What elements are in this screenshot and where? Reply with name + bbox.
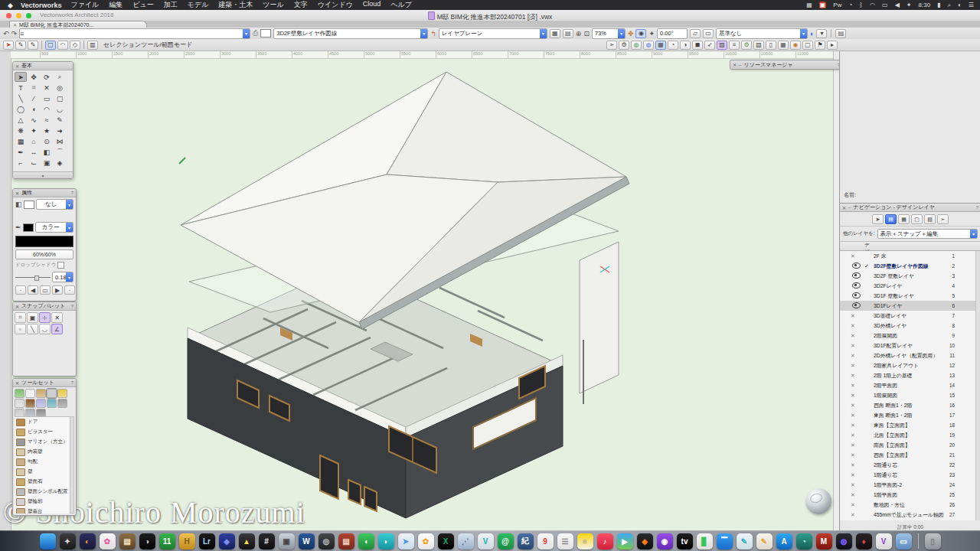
layer-visibility-toggle[interactable]: ✕ [841, 343, 864, 349]
layer-visibility-toggle[interactable]: ✕ [841, 373, 864, 379]
menubar-item[interactable]: ヘルプ [390, 0, 412, 10]
resource-manager-bar[interactable]: ✕ − リソースマネージャ ? [730, 60, 843, 70]
input-source-icon[interactable]: ◐ [958, 2, 962, 8]
toolset-tool[interactable]: 壁輪郭 [15, 497, 71, 507]
dock-icon-hash-app[interactable]: # [259, 533, 275, 549]
dock-icon-firefox[interactable]: ◐ [80, 533, 96, 549]
symbol-tool[interactable]: ⌂ [28, 136, 40, 146]
layer-row[interactable]: 3D1F 壁敷レイヤ5 [840, 291, 976, 301]
line2-tool[interactable]: ∕ [28, 93, 40, 103]
dock-icon-calendar[interactable]: 9 [537, 533, 554, 549]
layer-visibility-toggle[interactable]: ✕ [841, 512, 864, 518]
dock-icon-notes[interactable]: ≡ [577, 533, 593, 549]
snap-angle[interactable]: ∠ [51, 324, 63, 334]
view-pane2-button[interactable]: ▤ [563, 29, 573, 38]
layer-visibility-toggle[interactable]: ✕ [841, 253, 864, 259]
dock-icon-excel-dark[interactable]: X [438, 533, 454, 549]
line-thickness-slider[interactable] [15, 277, 51, 278]
layer-row[interactable]: ✕1階平面図25 [840, 490, 976, 500]
dock-icon-dark-app[interactable]: ◑ [139, 533, 155, 549]
cat-brown[interactable] [25, 399, 35, 408]
mirror-tool[interactable]: ⋈ [54, 136, 66, 146]
toolset-titlebar[interactable]: ✕ツールセット? [13, 379, 76, 387]
toolset-tool[interactable]: 壁面石 [15, 477, 71, 487]
spline-tool[interactable]: ≈ [41, 115, 53, 125]
image-icon[interactable]: ▧ [753, 41, 764, 50]
layer-row[interactable]: ✕1階平面図-224 [840, 480, 976, 490]
layer-visibility-toggle[interactable]: ✕ [841, 403, 864, 409]
battery-icon[interactable]: ▮ [937, 2, 940, 8]
dock-icon-music[interactable]: ♪ [597, 533, 613, 549]
layer-row[interactable]: ✕北面【立面図】19 [840, 430, 976, 440]
toolset-scrollbar[interactable] [70, 416, 74, 514]
toolset-tool[interactable]: マリオン（方立） [15, 437, 71, 447]
dock-icon-word[interactable]: W [299, 533, 315, 549]
history-icon[interactable]: ◔ [668, 41, 678, 50]
dock-icon-stripes-app[interactable]: ⋰ [458, 533, 474, 549]
volume-icon[interactable]: ◀ [895, 2, 900, 8]
palette-close-icon[interactable]: ✕ [15, 64, 19, 69]
snap-grid[interactable]: ⌗ [15, 312, 26, 323]
dock-icon-organ-app[interactable]: ♦ [856, 533, 872, 549]
grid-status-icon[interactable]: ▦ [806, 2, 812, 8]
text-tool[interactable]: T [15, 83, 27, 93]
snap-titlebar[interactable]: ✕スナップパレット? [13, 302, 76, 311]
class-combo[interactable]: ≡▾ [19, 28, 250, 39]
dock-icon-app-store[interactable]: A [776, 533, 792, 549]
gear-menu-icon[interactable]: ⚙ [619, 41, 629, 50]
layer-visibility-toggle[interactable]: ✕ [841, 482, 864, 488]
render-sphere-blue-icon[interactable]: ◍ [643, 41, 654, 50]
navigation-titlebar[interactable]: ✕−ナビゲーション - デザインレイヤ? [840, 204, 980, 212]
pan-tool[interactable]: ✥ [28, 72, 40, 82]
menubar-item[interactable]: 建築・土木 [218, 0, 253, 10]
drawing-canvas[interactable] [11, 58, 833, 533]
layer-row[interactable]: ✕2D外構レイヤ（配置図用）11 [840, 350, 976, 360]
solid-cube-icon[interactable]: ◼ [692, 41, 703, 50]
layer-row[interactable]: ✕2階家具レイアウト12 [840, 360, 976, 370]
menubar-item[interactable]: ウインドウ [318, 0, 353, 10]
plan-rotate-button[interactable]: ▱ [690, 29, 701, 38]
dock-icon-books[interactable]: ▤ [119, 533, 136, 549]
layer-visibility-toggle[interactable]: ✕ [841, 323, 864, 329]
palette-collapse-icon[interactable]: − [848, 205, 851, 210]
eye-box-icon[interactable]: ◉ [790, 41, 801, 50]
layer-visibility-toggle[interactable]: ✕ [841, 353, 864, 359]
toolset-tool[interactable]: 壁面シンボル配置 [15, 487, 71, 497]
dock-icon-maps[interactable]: ➤ [398, 533, 414, 549]
polyline-tool[interactable]: ✎ [54, 115, 66, 125]
corner-tool[interactable]: ⌐ [15, 158, 27, 168]
layer-row[interactable]: 3D2Fレイヤ4 [840, 281, 976, 291]
dock-icon-red-book-app[interactable]: ▤ [338, 533, 354, 549]
layer-visibility-toggle[interactable]: ✕ [841, 472, 864, 478]
flyover-tool-button[interactable]: ◉ [635, 29, 646, 38]
dock-icon-messages[interactable]: ◗ [378, 533, 394, 549]
toolset-tool[interactable]: ピラスター [15, 427, 71, 437]
layer-row[interactable]: ✕2階 1階上の基礎13 [840, 370, 976, 380]
dock-icon-apple-tv[interactable]: tv [677, 533, 693, 549]
accessibility-icon[interactable]: ✦ [906, 2, 912, 8]
saved-views-button[interactable]: ▤ [835, 29, 846, 38]
layer-row[interactable]: ✕1階通り芯23 [840, 470, 976, 480]
snap-edge[interactable]: ╲ [27, 324, 38, 334]
layer-visibility-toggle[interactable]: ✕ [841, 452, 864, 458]
cat-white[interactable] [25, 389, 35, 398]
nav-saved-views-icon[interactable]: ▧ [924, 214, 936, 224]
arc2-tool[interactable]: ◡ [54, 104, 66, 114]
menubar-item[interactable]: 文字 [294, 0, 308, 10]
help-icon[interactable]: ? [71, 191, 74, 195]
dock-icon-launchpad[interactable]: ✦ [60, 533, 76, 549]
globe-menu-button[interactable]: ▾ [816, 29, 827, 38]
menubar-clock[interactable]: 8:30 [919, 2, 931, 8]
nav-design-layers-icon[interactable]: ▤ [885, 214, 897, 224]
zoom-tool[interactable]: ⌕ [54, 72, 66, 82]
dock-icon-flame-app[interactable]: ◆ [637, 533, 653, 549]
layer-visibility-toggle[interactable]: ✕ [841, 442, 864, 448]
bluetooth-icon[interactable]: ᛒ [859, 2, 863, 8]
zoom-level-combo[interactable]: 73%▾ [592, 28, 626, 39]
opacity-button[interactable]: 60%/60% [15, 249, 74, 259]
menubar-item[interactable]: ファイル [70, 0, 99, 10]
fill-style-swatch[interactable] [24, 201, 34, 209]
pen-color-bar[interactable] [15, 236, 74, 247]
orientation-sphere-widget[interactable] [805, 488, 831, 514]
pen-mode2-icon[interactable]: ✎ [28, 41, 38, 50]
